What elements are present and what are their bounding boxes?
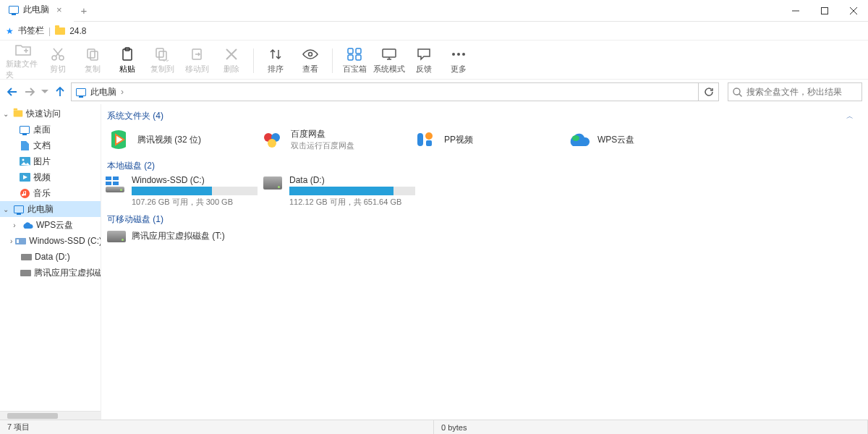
- window-controls: [781, 0, 868, 22]
- drives-row: Windows-SSD (C:) 107.26 GB 可用，共 300 GB D…: [101, 174, 868, 212]
- title-bar: 此电脑 × +: [0, 0, 868, 22]
- section-removable[interactable]: 可移动磁盘 (1): [101, 212, 868, 227]
- address-bar[interactable]: 此电脑 ›: [71, 82, 699, 101]
- chevron-down-icon[interactable]: ⌄: [1, 110, 10, 118]
- desktop-icon: [19, 124, 30, 135]
- svg-point-27: [268, 139, 276, 148]
- cloud-icon: [567, 128, 590, 151]
- toolbar: 新建文件夹 剪切 复制 粘贴 复制到 移动到 删除 排序 查看 百宝箱 系统模式…: [0, 41, 868, 80]
- picture-icon: [19, 156, 30, 167]
- tree-documents[interactable]: 文档: [0, 137, 101, 153]
- close-tab-icon[interactable]: ×: [54, 4, 65, 15]
- tree-this-pc[interactable]: ⌄此电脑: [0, 201, 101, 217]
- close-button[interactable]: [839, 0, 868, 22]
- tab-label: 此电脑: [23, 4, 49, 16]
- svg-rect-15: [383, 49, 396, 57]
- app-icon: [260, 128, 284, 151]
- sort-icon: [267, 46, 284, 62]
- section-system-folders[interactable]: 系统文件夹 (4)︿: [101, 109, 868, 124]
- minimize-button[interactable]: [781, 0, 810, 22]
- copy-to-button[interactable]: 复制到: [145, 46, 179, 75]
- maximize-button[interactable]: [810, 0, 839, 22]
- copy-to-icon: [153, 46, 171, 62]
- status-items: 7 项目: [0, 420, 434, 434]
- bookmark-folder[interactable]: 24.8: [69, 26, 86, 36]
- up-button[interactable]: [54, 85, 67, 98]
- tree-drive-d[interactable]: Data (D:): [0, 249, 101, 265]
- cut-button[interactable]: 剪切: [41, 46, 75, 75]
- usage-bar: [289, 187, 415, 195]
- new-folder-button[interactable]: 新建文件夹: [6, 41, 41, 80]
- app-wps-cloud[interactable]: WPS云盘: [567, 128, 720, 151]
- svg-rect-7: [156, 48, 163, 57]
- monitor-icon: [13, 203, 25, 215]
- back-button[interactable]: [6, 85, 19, 98]
- tab-this-pc[interactable]: 此电脑 ×: [0, 0, 74, 22]
- section-local-disks[interactable]: 本地磁盘 (2): [101, 158, 868, 174]
- breadcrumb-item[interactable]: 此电脑: [90, 86, 116, 98]
- chevron-up-icon[interactable]: ︿: [846, 111, 862, 122]
- tree-view: ⌄快速访问 桌面 文档 图片 视频 音乐 ⌄此电脑 ›WPS云盘 ›Window…: [0, 104, 101, 411]
- folder-icon: [14, 111, 23, 117]
- feedback-button[interactable]: 反馈: [407, 46, 441, 75]
- drive-c[interactable]: Windows-SSD (C:) 107.26 GB 可用，共 300 GB: [106, 175, 258, 208]
- tree-music[interactable]: 音乐: [0, 185, 101, 201]
- svg-rect-30: [426, 140, 432, 146]
- svg-rect-3: [88, 49, 95, 58]
- svg-point-18: [22, 159, 24, 161]
- drive-icon: [107, 231, 126, 242]
- chevron-right-icon[interactable]: ›: [10, 221, 19, 229]
- sort-button[interactable]: 排序: [258, 46, 293, 75]
- tree-pictures[interactable]: 图片: [0, 153, 101, 169]
- drive-d[interactable]: Data (D:) 112.12 GB 可用，共 651.64 GB: [263, 175, 415, 208]
- app-icon: [414, 128, 437, 151]
- svg-point-20: [20, 189, 30, 198]
- tree-desktop[interactable]: 桌面: [0, 122, 101, 137]
- svg-rect-14: [356, 55, 361, 60]
- svg-rect-4: [90, 51, 98, 60]
- tree-wps-cloud[interactable]: ›WPS云盘: [0, 217, 101, 233]
- status-size: 0 bytes: [434, 420, 868, 434]
- new-tab-button[interactable]: +: [74, 4, 95, 17]
- navigation-bar: 此电脑 ›: [0, 80, 868, 104]
- toolbox-button[interactable]: 百宝箱: [337, 46, 372, 75]
- more-button[interactable]: 更多: [441, 46, 476, 75]
- toolbox-icon: [346, 46, 363, 62]
- search-box[interactable]: [728, 82, 862, 101]
- app-tencent-video[interactable]: 腾讯视频 (32 位): [107, 128, 260, 151]
- view-button[interactable]: 查看: [293, 46, 328, 75]
- history-button[interactable]: [41, 85, 49, 98]
- refresh-button[interactable]: [699, 82, 719, 101]
- system-apps-row: 腾讯视频 (32 位) 百度网盘双击运行百度网盘 PP视频 WPS云盘: [101, 124, 868, 158]
- svg-point-10: [309, 53, 312, 56]
- svg-rect-28: [417, 133, 423, 146]
- drive-t[interactable]: 腾讯应用宝虚拟磁盘 (T:): [106, 229, 868, 244]
- copy-button[interactable]: 复制: [75, 46, 110, 75]
- delete-button[interactable]: 删除: [214, 46, 249, 75]
- tree-drive-c[interactable]: ›Windows-SSD (C:): [0, 233, 101, 249]
- tree-drive-t[interactable]: 腾讯应用宝虚拟磁盘 (T:): [0, 265, 101, 281]
- search-input[interactable]: [746, 87, 857, 97]
- svg-point-31: [572, 135, 579, 141]
- app-baidu-netdisk[interactable]: 百度网盘双击运行百度网盘: [260, 128, 414, 151]
- drive-icon: [20, 251, 32, 263]
- sidebar-scrollbar[interactable]: [0, 411, 101, 420]
- app-pp-video[interactable]: PP视频: [414, 128, 567, 151]
- svg-rect-0: [822, 7, 828, 14]
- svg-rect-8: [159, 51, 166, 60]
- forward-button[interactable]: [23, 85, 36, 98]
- svg-rect-11: [348, 48, 353, 54]
- paste-button[interactable]: 粘贴: [110, 46, 145, 75]
- chevron-down-icon[interactable]: ⌄: [1, 205, 10, 213]
- system-mode-button[interactable]: 系统模式: [372, 46, 407, 75]
- svg-point-29: [425, 132, 433, 140]
- move-to-button[interactable]: 移动到: [179, 46, 214, 75]
- chevron-right-icon[interactable]: ›: [121, 87, 124, 97]
- tree-quick-access[interactable]: ⌄快速访问: [0, 106, 101, 122]
- drive-icon: [106, 176, 126, 192]
- svg-rect-23: [21, 254, 32, 260]
- chevron-right-icon[interactable]: ›: [10, 237, 12, 245]
- tree-videos[interactable]: 视频: [0, 169, 101, 185]
- usage-bar: [132, 187, 258, 195]
- separator: |: [48, 26, 51, 36]
